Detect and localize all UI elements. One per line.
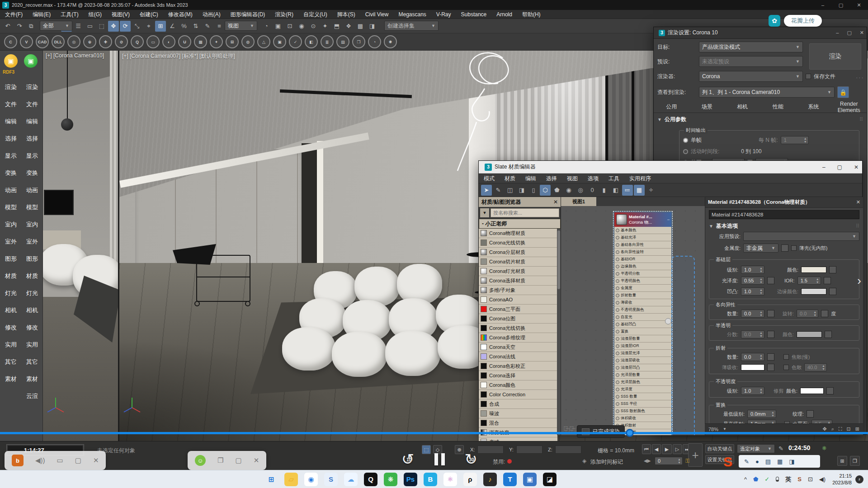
node-slot[interactable]: 光泽度	[614, 386, 671, 393]
plugin-button[interactable]: ◧	[305, 35, 318, 48]
put-library-icon[interactable]: ◨	[516, 185, 527, 196]
plugin-button[interactable]: DLL	[52, 35, 65, 48]
y-field[interactable]	[516, 446, 542, 454]
reference-coordinate-dropdown[interactable]: 视图▼	[225, 21, 257, 31]
plugin-button[interactable]: C	[4, 35, 17, 48]
plugin-button[interactable]: CAD	[36, 35, 49, 48]
material-list-item[interactable]: 多维/子对象	[479, 286, 557, 295]
photos-app-icon[interactable]: ▣	[523, 473, 537, 486]
menu-item[interactable]: 工具(T)	[56, 10, 83, 19]
material-id-icon[interactable]: ⬟	[552, 185, 562, 196]
percent-snap-icon[interactable]: %	[179, 21, 189, 32]
auto-key-button[interactable]: 自动关键点	[705, 444, 734, 453]
tray-expand-icon[interactable]: ^	[744, 476, 747, 483]
render-settings-tab[interactable]: 相机	[725, 103, 760, 111]
menu-item[interactable]: 图形编辑器(D)	[226, 10, 270, 19]
plugin-button[interactable]: ✦	[210, 35, 223, 48]
sidebar-item[interactable]: 其它	[22, 353, 42, 371]
video-progress-knob[interactable]	[626, 429, 634, 437]
dispersion-checkbox[interactable]	[783, 365, 789, 370]
material-list-item[interactable]: Color Correction	[479, 390, 557, 399]
node-slot[interactable]: 不透明度颜色	[614, 306, 671, 314]
render-button[interactable]: 渲染	[809, 43, 861, 70]
skip-back-button[interactable]: ↺10	[401, 450, 415, 468]
node-slot[interactable]: 清漆层光泽	[614, 350, 671, 357]
link-icon[interactable]: ⧉	[26, 21, 37, 32]
sidebar-item[interactable]: 渲染	[22, 79, 42, 96]
image-icon[interactable]: ◨	[789, 458, 794, 465]
plugin-button[interactable]: ⊞	[226, 35, 239, 48]
go-to-start-button[interactable]: ⏮	[642, 444, 651, 454]
node-scroll-handle[interactable]	[665, 318, 671, 324]
plugin-button[interactable]: △	[257, 35, 270, 48]
material-list-item[interactable]: Corona选择材质	[479, 276, 557, 286]
music-app-icon[interactable]: ♪	[483, 473, 497, 486]
tray-shield-icon[interactable]: ⬟	[753, 476, 758, 483]
sidebar-item[interactable]: 模型	[22, 199, 42, 216]
node-slot[interactable]: 清漆层凹凸	[614, 364, 671, 371]
add-time-tag[interactable]: 添加时间标记	[590, 458, 623, 466]
molecule-app-icon[interactable]: ⚛	[443, 473, 457, 486]
skip-forward-button[interactable]: ↻30	[465, 450, 478, 468]
maximize-button[interactable]: ▢	[832, 0, 850, 10]
renderer-dropdown[interactable]: Corona▼	[699, 71, 803, 82]
edit-set-icon[interactable]: ✎	[202, 21, 213, 32]
rs-close-button[interactable]: ✕	[860, 30, 864, 36]
menu-item[interactable]: Civil View	[360, 10, 394, 19]
viewport-label-mini[interactable]: [+] [Corona Camera010]	[46, 52, 104, 59]
bw-app-icon[interactable]: ◪	[543, 473, 557, 486]
render-settings-tab[interactable]: 系统	[796, 103, 831, 111]
sidebar-item[interactable]: 材质	[22, 267, 42, 285]
node-slot[interactable]: 半透明颜色	[614, 277, 671, 285]
render-setup-icon[interactable]: ⊙	[308, 21, 319, 32]
scale-icon[interactable]: ⤡	[132, 21, 142, 32]
menu-item[interactable]: Arnold	[491, 10, 517, 19]
every-n-spinner[interactable]: 1▲▼	[781, 136, 809, 144]
level-spinner[interactable]: 1.0▲▼	[741, 266, 764, 274]
edge-color-swatch[interactable]	[801, 288, 826, 295]
sidebar-item[interactable]: 室内	[22, 216, 42, 233]
rendered-frame-icon[interactable]: ✦	[320, 21, 330, 32]
material-editor-icon[interactable]: ◉	[296, 21, 307, 32]
plugin-button[interactable]: V	[20, 35, 33, 48]
sidebar-item[interactable]: 显示	[22, 147, 42, 164]
material-list-item[interactable]: Corona颜色	[479, 380, 557, 390]
lock-view-button[interactable]: 🔒	[837, 86, 849, 98]
speaker-icon[interactable]: ◀))	[35, 456, 45, 465]
tray-clock[interactable]: 21:152023/8/8	[832, 473, 852, 486]
sidebar-item[interactable]: 图形	[1, 250, 21, 267]
apply-preset-dropdown[interactable]: ▼	[743, 232, 859, 241]
keyboard-icon[interactable]: ▦	[777, 458, 783, 465]
node-slot[interactable]: 各向异性旋转	[614, 249, 671, 256]
view1-tab[interactable]: 视图1	[561, 197, 596, 206]
param-close-icon[interactable]: ✕	[856, 199, 860, 205]
material-list-item[interactable]: Corona灯光材质	[479, 267, 557, 276]
plugin-button[interactable]: ✚	[99, 35, 112, 48]
dispersion-spinner[interactable]: 40.0▲▼	[804, 363, 827, 371]
tim-icon[interactable]: T	[503, 473, 517, 486]
slate-menu-item[interactable]: 材质	[500, 174, 520, 183]
window-crossing-icon[interactable]: ⬚	[96, 21, 107, 32]
overlay2-restore-icon[interactable]: ❐	[217, 456, 223, 465]
node-slot[interactable]: 清漆层数量	[614, 335, 671, 343]
pen-icon[interactable]: ✎	[744, 458, 749, 465]
pick-material-icon[interactable]: ✎	[493, 185, 504, 196]
target-dropdown[interactable]: 产品级渲染模式▼	[699, 42, 803, 52]
selection-set-dropdown[interactable]: 选定对象▼	[737, 444, 775, 453]
material-list-item[interactable]: Corona天空	[479, 343, 557, 352]
key-icon[interactable]: ⚿	[685, 458, 689, 464]
spinner-snap-icon[interactable]: ⇅	[190, 21, 201, 32]
huaban-icon[interactable]: ✿	[769, 15, 780, 27]
thin-shell-checkbox[interactable]	[791, 245, 797, 251]
node-slot[interactable]: 置换	[614, 328, 671, 335]
metalness-dropdown[interactable]: 非金属▼	[743, 244, 778, 253]
tray-network-icon[interactable]: ⊡	[808, 476, 813, 483]
checker-icon[interactable]: ◎	[575, 185, 586, 196]
curve-editor-icon[interactable]: ▣	[273, 21, 283, 32]
menu-item[interactable]: Megascans	[393, 10, 431, 19]
gloss-spinner[interactable]: 0.55▲▼	[741, 277, 764, 285]
node-view[interactable]: 视图1 Material #...Corona 物... – 基本颜色基础光泽基…	[561, 197, 705, 435]
sidebar-item[interactable]: 相机	[1, 302, 21, 319]
pivot-icon[interactable]: ⌖	[143, 21, 154, 32]
sougou-toolbar[interactable]: ✎● ▤▦ ◨	[739, 455, 820, 468]
